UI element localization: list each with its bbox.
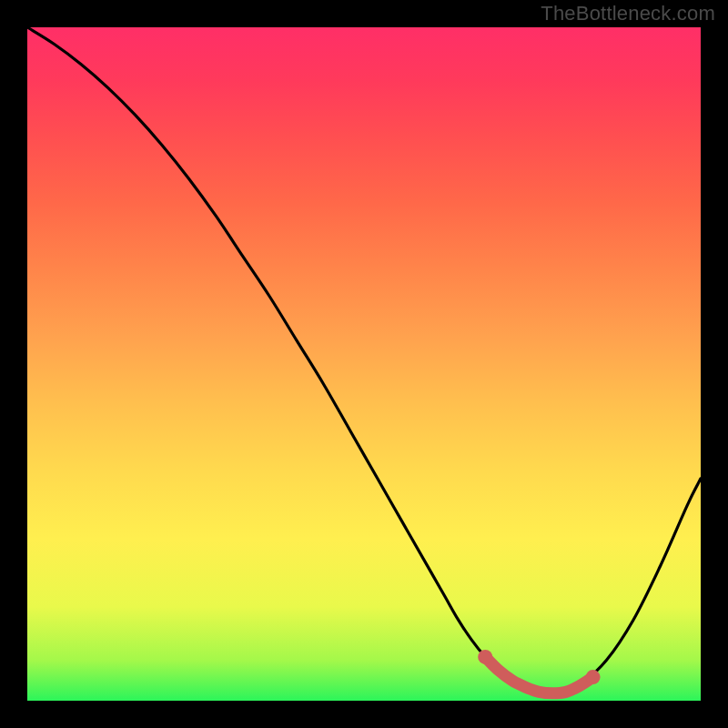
- bottleneck-curve: [27, 27, 701, 693]
- highlight-end-dot: [586, 670, 601, 684]
- chart-container: TheBottleneck.com: [0, 0, 728, 728]
- plot-area: [27, 27, 701, 701]
- curve-layer: [27, 27, 701, 701]
- highlight-start-dot: [478, 650, 492, 664]
- highlight-segment: [485, 657, 592, 693]
- watermark-text: TheBottleneck.com: [541, 2, 715, 25]
